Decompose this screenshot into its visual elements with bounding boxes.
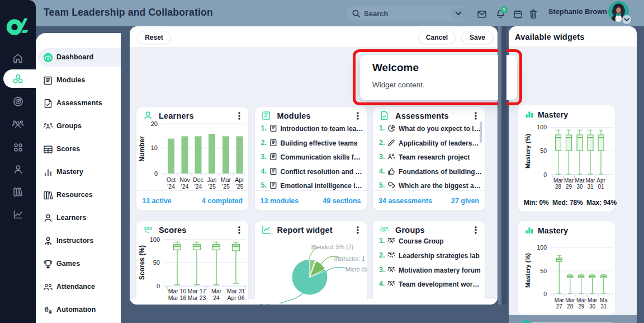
svg-text:Mar: Mar <box>576 297 586 303</box>
svg-text:30: 30 <box>589 303 596 310</box>
svg-text:Mar: Mar <box>588 297 598 303</box>
svg-text:Apr 06: Apr 06 <box>228 294 245 301</box>
svg-text:27: 27 <box>556 303 563 310</box>
svg-text:20: 20 <box>151 120 158 127</box>
svg-text:31: 31 <box>600 303 607 310</box>
svg-text:0: 0 <box>157 283 160 289</box>
svg-text:Instructor: 1: Instructor: 1 <box>334 255 365 262</box>
svg-text:30: 30 <box>576 184 583 190</box>
svg-text:01: 01 <box>598 184 604 190</box>
svg-text:31: 31 <box>587 184 594 190</box>
svg-text:'24: '24 <box>167 183 175 190</box>
svg-text:29: 29 <box>566 184 572 190</box>
svg-text:Blended: 5% (7): Blended: 5% (7) <box>311 244 353 250</box>
svg-text:24: 24 <box>213 294 220 301</box>
svg-text:Apr: Apr <box>235 176 244 183</box>
svg-text:50: 50 <box>540 147 547 154</box>
svg-text:Mar: Mar <box>553 177 564 184</box>
svg-text:Mar: Mar <box>575 177 585 184</box>
svg-text:Mar 10: Mar 10 <box>168 288 187 294</box>
svg-text:Jan: Jan <box>207 176 217 183</box>
svg-text:28: 28 <box>555 184 562 190</box>
svg-text:0: 0 <box>154 170 158 177</box>
svg-text:Mar: Mar <box>585 177 595 184</box>
svg-text:Self-pace: Self-pace <box>259 303 285 305</box>
svg-text:100: 100 <box>144 226 152 231</box>
svg-text:'25: '25 <box>208 183 216 190</box>
svg-text:100: 100 <box>150 236 160 243</box>
svg-text:100: 100 <box>537 124 547 130</box>
svg-text:Mar: Mar <box>564 177 574 184</box>
svg-text:'24: '24 <box>195 183 202 190</box>
svg-text:10: 10 <box>151 144 158 151</box>
svg-text:28: 28 <box>567 303 574 310</box>
svg-text:'25: '25 <box>236 183 244 190</box>
svg-text:Mar 23: Mar 23 <box>188 294 206 301</box>
svg-text:100: 100 <box>537 244 547 251</box>
svg-text:Mar 17: Mar 17 <box>188 288 206 294</box>
svg-text:Ma: Ma <box>600 297 608 303</box>
svg-text:Number: Number <box>138 136 146 162</box>
svg-text:Oct: Oct <box>167 176 176 183</box>
svg-text:Mastery (%): Mastery (%) <box>524 134 531 168</box>
svg-text:'25: '25 <box>222 183 230 190</box>
svg-text:50: 50 <box>153 259 160 266</box>
svg-text:Mar: Mar <box>555 297 565 303</box>
svg-text:Mar 31: Mar 31 <box>227 288 245 294</box>
svg-text:Mar: Mar <box>221 176 231 183</box>
svg-text:Mar: Mar <box>565 297 575 303</box>
svg-text:Dec: Dec <box>193 176 203 183</box>
svg-text:50: 50 <box>540 268 547 274</box>
svg-text:Apr: Apr <box>596 177 605 184</box>
svg-text:'24: '24 <box>181 183 189 190</box>
svg-text:Mar 16: Mar 16 <box>168 294 187 301</box>
svg-text:0: 0 <box>543 291 547 297</box>
svg-text:Scores (%): Scores (%) <box>138 245 146 280</box>
svg-text:29: 29 <box>578 303 585 310</box>
svg-text:Mar: Mar <box>211 288 222 294</box>
svg-text:Nov: Nov <box>179 176 190 183</box>
svg-text:0: 0 <box>543 171 547 178</box>
svg-text:Mastery (%): Mastery (%) <box>524 253 531 288</box>
svg-text:Micro cla: Micro cla <box>345 266 367 273</box>
